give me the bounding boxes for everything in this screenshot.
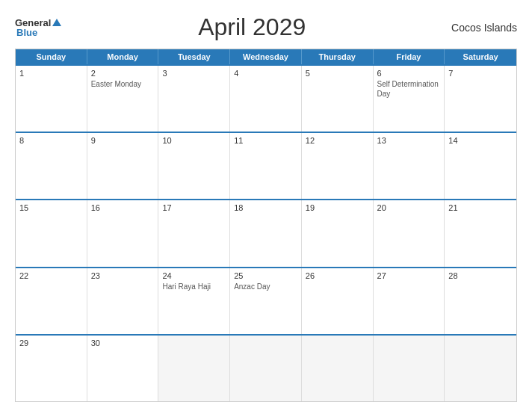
cal-cell: 28 <box>445 268 516 334</box>
cal-cell <box>374 336 445 401</box>
day-number: 12 <box>306 136 369 145</box>
day-number: 17 <box>162 203 226 212</box>
cal-cell <box>302 336 374 401</box>
day-number: 6 <box>377 69 441 78</box>
day-header-thursday: Thursday <box>302 49 374 64</box>
cal-cell: 29 <box>16 336 87 401</box>
cal-cell: 17 <box>158 200 230 266</box>
cal-cell: 3 <box>158 66 230 132</box>
day-number: 13 <box>377 136 441 145</box>
day-header-friday: Friday <box>374 49 445 64</box>
logo-general-text: General <box>15 18 51 28</box>
day-number: 8 <box>19 136 83 145</box>
week-row-3: 15161718192021 <box>16 199 516 266</box>
day-event: Anzac Day <box>234 282 297 291</box>
day-number: 20 <box>377 203 441 212</box>
day-number: 30 <box>91 339 155 347</box>
cal-cell: 30 <box>87 336 159 401</box>
cal-cell: 6Self Determination Day <box>374 66 445 132</box>
day-number: 26 <box>306 271 369 280</box>
day-header-saturday: Saturday <box>445 49 516 64</box>
region-label: Cocos Islands <box>442 22 517 34</box>
day-number: 24 <box>162 271 226 280</box>
cal-cell: 12 <box>302 133 374 199</box>
day-event: Easter Monday <box>91 79 155 89</box>
day-number: 19 <box>306 203 369 212</box>
cal-cell: 11 <box>230 133 302 199</box>
cal-cell: 7 <box>445 66 516 132</box>
day-event: Self Determination Day <box>377 79 441 99</box>
cal-cell: 27 <box>374 268 445 334</box>
calendar-body: 12Easter Monday3456Self Determination Da… <box>16 64 516 401</box>
day-number: 21 <box>448 203 513 212</box>
calendar-header: SundayMondayTuesdayWednesdayThursdayFrid… <box>16 49 516 64</box>
day-number: 25 <box>234 271 297 280</box>
logo-blue-text: Blue <box>16 28 37 37</box>
day-number: 29 <box>19 339 83 347</box>
day-number: 23 <box>91 271 155 280</box>
week-row-5: 2930 <box>16 334 516 401</box>
day-number: 4 <box>234 69 297 78</box>
day-number: 7 <box>448 69 513 78</box>
day-header-monday: Monday <box>87 49 159 64</box>
cal-cell <box>158 336 230 401</box>
day-number: 16 <box>91 203 155 212</box>
day-number: 27 <box>377 271 441 280</box>
calendar-title: April 2029 <box>61 13 442 41</box>
cal-cell: 20 <box>374 200 445 266</box>
cal-cell: 15 <box>16 200 87 266</box>
logo-triangle-icon <box>52 19 61 26</box>
cal-cell: 1 <box>16 66 87 132</box>
day-number: 28 <box>448 271 513 280</box>
cal-cell: 25Anzac Day <box>230 268 302 334</box>
cal-cell: 9 <box>87 133 159 199</box>
day-number: 5 <box>306 69 369 78</box>
calendar: SundayMondayTuesdayWednesdayThursdayFrid… <box>15 49 517 402</box>
day-event: Hari Raya Haji <box>162 282 226 291</box>
day-number: 18 <box>234 203 297 212</box>
cal-cell: 26 <box>302 268 374 334</box>
day-number: 9 <box>91 136 155 145</box>
day-number: 2 <box>91 69 155 78</box>
logo: General Blue <box>15 18 61 37</box>
day-number: 15 <box>19 203 83 212</box>
day-number: 1 <box>19 69 83 78</box>
cal-cell <box>230 336 302 401</box>
cal-cell: 18 <box>230 200 302 266</box>
day-header-tuesday: Tuesday <box>158 49 230 64</box>
cal-cell: 24Hari Raya Haji <box>158 268 230 334</box>
cal-cell: 22 <box>16 268 87 334</box>
week-row-2: 891011121314 <box>16 132 516 199</box>
day-number: 10 <box>162 136 226 145</box>
day-header-sunday: Sunday <box>16 49 87 64</box>
cal-cell: 19 <box>302 200 374 266</box>
cal-cell: 16 <box>87 200 159 266</box>
week-row-1: 12Easter Monday3456Self Determination Da… <box>16 64 516 132</box>
day-number: 11 <box>234 136 297 145</box>
cal-cell: 21 <box>445 200 516 266</box>
header: General Blue April 2029 Cocos Islands <box>15 13 517 41</box>
cal-cell: 4 <box>230 66 302 132</box>
cal-cell: 14 <box>445 133 516 199</box>
cal-cell <box>445 336 516 401</box>
cal-cell: 10 <box>158 133 230 199</box>
cal-cell: 23 <box>87 268 159 334</box>
day-number: 3 <box>162 69 226 78</box>
week-row-4: 222324Hari Raya Haji25Anzac Day262728 <box>16 267 516 334</box>
day-number: 14 <box>448 136 513 145</box>
day-header-wednesday: Wednesday <box>230 49 302 64</box>
cal-cell: 13 <box>374 133 445 199</box>
day-number: 22 <box>19 271 83 280</box>
cal-cell: 2Easter Monday <box>87 66 159 132</box>
cal-cell: 8 <box>16 133 87 199</box>
cal-cell: 5 <box>302 66 374 132</box>
page: General Blue April 2029 Cocos Islands Su… <box>0 0 532 411</box>
